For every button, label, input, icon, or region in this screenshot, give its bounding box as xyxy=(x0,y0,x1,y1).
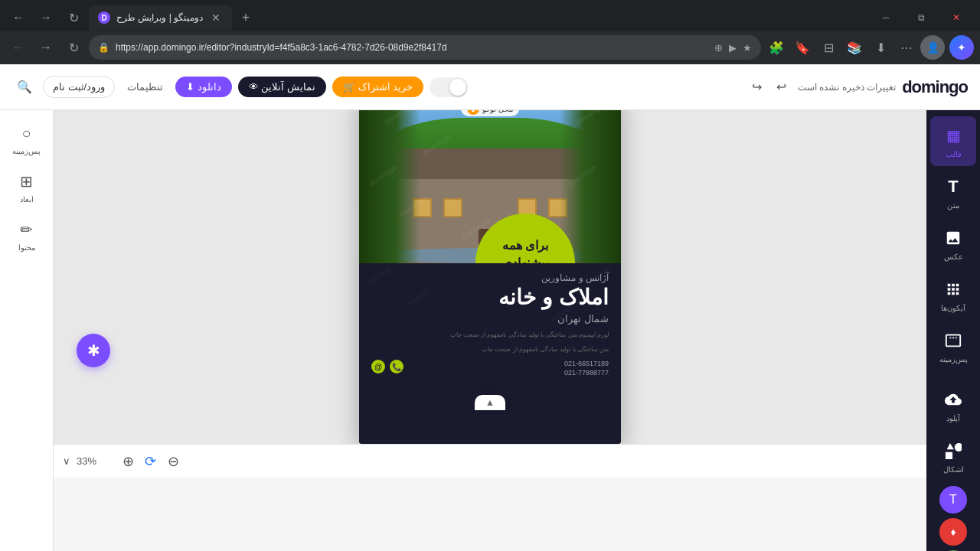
tool-dimensions[interactable]: ⊞ ابعاد xyxy=(4,165,50,210)
icons-icon xyxy=(942,278,965,301)
content-icon: ✏ xyxy=(16,219,38,240)
background-label: پس‌زمینه xyxy=(12,147,41,155)
main-content: ○ پس‌زمینه ⊞ ابعاد ✏ محتوا ✱ xyxy=(0,110,980,551)
logo-area: domingo xyxy=(902,77,968,97)
read-aloud-icon[interactable]: ▶ xyxy=(729,42,737,54)
text-label: متن xyxy=(947,201,959,210)
undo-button[interactable]: ↩ xyxy=(770,77,792,98)
extensions-icon[interactable]: 🧩 xyxy=(764,35,789,60)
green-circle-text-line1: برای همه xyxy=(502,237,548,254)
canvas-wrapper: ✱ xyxy=(54,110,926,551)
tool-background[interactable]: ○ پس‌زمینه xyxy=(4,116,50,161)
location-text: محل لوگو xyxy=(482,110,513,113)
tab-domingo[interactable]: D دومینگو | ویرایش طرح ✕ xyxy=(89,5,232,30)
text-icon: T xyxy=(942,175,965,198)
app-container: domingo تغییرات ذخیره نشده است ↩ ↪ 🌙 خری… xyxy=(0,64,980,551)
dimensions-icon: ⊞ xyxy=(16,171,38,192)
downloads-icon[interactable]: ⬇ xyxy=(868,35,893,60)
location-pin[interactable]: محل لوگو ℹ xyxy=(461,110,519,116)
fab-button[interactable]: ✱ xyxy=(77,334,110,367)
browser-action-buttons: 🧩 🔖 ⊟ 📚 ⬇ ⋯ 👤 ✦ xyxy=(764,35,974,60)
right-sidebar: ▦ قالب T متن عکس آیکون‌ها xyxy=(926,110,980,551)
brand-icon[interactable]: ♦ xyxy=(939,518,967,546)
preview-online-button[interactable]: نمایش آنلاین 👁 xyxy=(238,77,326,97)
sidebar-item-background[interactable]: پس‌زمینه xyxy=(930,321,976,371)
upload-icon xyxy=(942,388,965,411)
scroll-indicator[interactable]: ▲ xyxy=(475,395,505,410)
scroll-up-icon: ▲ xyxy=(485,397,495,408)
nav-back-button[interactable]: ← xyxy=(6,35,31,60)
ssl-lock-icon: 🔒 xyxy=(98,42,109,53)
poster-bottom: domingo domingo domingo domingo آژانس و … xyxy=(359,263,621,444)
collections-icon[interactable]: 📚 xyxy=(842,35,867,60)
browser-controls: ← → ↻ 🔒 https://app.domingo.ir/editor?in… xyxy=(0,31,980,64)
sidebar-item-icons[interactable]: آیکون‌ها xyxy=(930,270,976,320)
sidebar-item-upload[interactable]: آپلود xyxy=(930,380,976,430)
sidebar-item-shapes[interactable]: اشکال xyxy=(930,432,976,481)
template-icon: ▦ xyxy=(942,124,965,147)
forward-btn[interactable]: → xyxy=(34,5,58,30)
sidebar-item-template[interactable]: ▦ قالب xyxy=(930,116,976,166)
zoom-in-button[interactable]: ⊕ xyxy=(117,451,139,472)
save-status-text: تغییرات ذخیره نشده است xyxy=(798,82,896,93)
content-label: محتوا xyxy=(18,243,35,252)
shapes-icon xyxy=(942,439,965,462)
location-info-icon: ℹ xyxy=(467,110,479,115)
bg-label: پس‌زمینه xyxy=(939,355,968,364)
minimize-button[interactable]: ─ xyxy=(868,5,903,30)
close-button[interactable]: ✕ xyxy=(939,5,974,30)
maximize-button[interactable]: ⧉ xyxy=(903,5,939,30)
profile-button[interactable]: 👤 xyxy=(920,35,945,60)
canvas-area[interactable]: ✱ xyxy=(54,110,926,444)
left-toolbar: ○ پس‌زمینه ⊞ ابعاد ✏ محتوا xyxy=(0,110,54,551)
trees-left xyxy=(359,110,420,263)
zoom-down-icon: ∨ xyxy=(63,455,70,467)
favorites-sidebar-icon[interactable]: 🔖 xyxy=(790,35,815,60)
buy-subscription-button[interactable]: خرید اشتراک 🛒 xyxy=(332,77,423,97)
fab-icon: ✱ xyxy=(87,341,100,360)
url-text: https://app.domingo.ir/editor?industryId… xyxy=(116,42,708,53)
copilot-button[interactable]: ✦ xyxy=(949,35,974,60)
reload-btn[interactable]: ↻ xyxy=(61,5,86,30)
new-tab-button[interactable]: + xyxy=(235,7,256,28)
favorites-icon[interactable]: ★ xyxy=(743,42,752,54)
loading-spinner: ⟳ xyxy=(145,453,156,470)
tab-close-button[interactable]: ✕ xyxy=(209,11,223,24)
bg-icon xyxy=(942,329,965,352)
photo-icon xyxy=(942,227,965,249)
tab-title: دومینگو | ویرایش طرح xyxy=(116,12,203,23)
app-install-icon[interactable]: ⊕ xyxy=(714,42,723,54)
nav-right: domingo تغییرات ذخیره نشده است ↩ ↪ xyxy=(746,77,968,98)
address-bar[interactable]: 🔒 https://app.domingo.ir/editor?industry… xyxy=(89,35,761,60)
bottom-bar: ∨ 33% ⊕ ⟳ ⊖ xyxy=(54,444,926,478)
icons-label: آیکون‌ها xyxy=(941,304,965,312)
login-button[interactable]: ورود/ثبت نام xyxy=(43,76,115,98)
nav-left: 🌙 خرید اشتراک 🛒 نمایش آنلاین 👁 دانلود ⬇ … xyxy=(12,75,468,99)
redo-button[interactable]: ↪ xyxy=(746,77,767,98)
tool-content[interactable]: ✏ محتوا xyxy=(4,213,50,258)
translate-icon[interactable]: T xyxy=(939,486,967,514)
download-button[interactable]: دانلود ⬇ xyxy=(175,77,232,97)
dimensions-label: ابعاد xyxy=(20,195,34,204)
toggle-dot xyxy=(449,79,466,96)
nav-reload-button[interactable]: ↻ xyxy=(61,35,86,60)
zoom-level-text: 33% xyxy=(77,455,111,467)
settings-button[interactable]: تنظیمات xyxy=(121,77,169,97)
background-icon: ○ xyxy=(16,122,38,144)
sidebar-item-photo[interactable]: عکس xyxy=(930,219,976,269)
more-tools-icon[interactable]: ⋯ xyxy=(894,35,919,60)
split-view-icon[interactable]: ⊟ xyxy=(816,35,841,60)
nav-forward-button[interactable]: → xyxy=(34,35,58,60)
tab-bar: ← → ↻ D دومینگو | ویرایش طرح ✕ + ─ ⧉ ✕ xyxy=(0,0,980,31)
top-navbar: domingo تغییرات ذخیره نشده است ↩ ↪ 🌙 خری… xyxy=(0,64,980,110)
poster[interactable]: domingo domingo domingo domingo domingo … xyxy=(359,110,621,444)
back-btn[interactable]: ← xyxy=(6,5,31,30)
undo-redo-controls: ↩ ↪ xyxy=(746,77,792,98)
nav-search-icon[interactable]: 🔍 xyxy=(12,75,37,99)
zoom-out-button[interactable]: ⊖ xyxy=(162,451,184,472)
photo-label: عکس xyxy=(944,253,963,261)
theme-toggle[interactable]: 🌙 xyxy=(430,77,468,97)
upload-label: آپلود xyxy=(946,414,960,422)
sidebar-item-text[interactable]: T متن xyxy=(930,168,976,217)
template-label: قالب xyxy=(946,150,962,158)
